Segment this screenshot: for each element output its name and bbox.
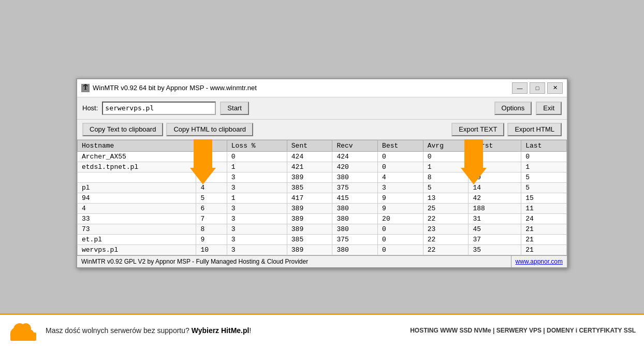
banner-normal-text: Masz dość wolnych serwerów bez supportu?	[46, 326, 189, 335]
cell-hostname: wervps.pl	[78, 244, 196, 255]
svg-point-3	[21, 323, 31, 334]
banner-text: Masz dość wolnych serwerów bez supportu?…	[46, 326, 404, 335]
cell-avrg: 0	[423, 151, 469, 162]
cell-recv: 420	[332, 162, 378, 172]
cell-loss: 3	[227, 203, 287, 213]
cell-best: 20	[378, 213, 423, 224]
cell-hostname: 73	[78, 224, 196, 234]
cell-recv: 380	[332, 244, 378, 255]
cell-nr: 2	[196, 162, 227, 172]
cell-last: 5	[521, 172, 567, 182]
cell-recv: 380	[332, 203, 378, 213]
cell-nr: 9	[196, 234, 227, 244]
cell-best: 4	[378, 172, 423, 182]
cell-sent: 389	[287, 244, 332, 255]
start-button[interactable]: Start	[220, 102, 248, 115]
cell-worst: 35	[469, 244, 521, 255]
table-header-row: Hostname Nr Loss % Sent Recv Best Avrg W…	[78, 140, 567, 151]
cell-last: 11	[521, 203, 567, 213]
cell-last: 24	[521, 213, 567, 224]
col-sent: Sent	[287, 140, 332, 151]
cell-loss: 1	[227, 193, 287, 203]
table-row: et.pl933853750223721	[78, 234, 567, 244]
cell-best: 3	[378, 182, 423, 193]
cell-last: 5	[521, 182, 567, 193]
cell-worst: 31	[469, 213, 521, 224]
banner-right-text: HOSTING WWW SSD NVMe | SERWERY VPS | DOM…	[410, 327, 636, 334]
cell-worst: 14	[469, 182, 521, 193]
cell-last: 1	[521, 162, 567, 172]
cell-last: 15	[521, 193, 567, 203]
host-toolbar: Host: Start Options Exit	[77, 97, 567, 120]
options-button[interactable]: Options	[494, 102, 532, 115]
table-row: wervps.pl1033893800223521	[78, 244, 567, 255]
cell-hostname	[78, 172, 196, 182]
cell-recv: 415	[332, 193, 378, 203]
col-avrg: Avrg	[423, 140, 469, 151]
export-html-button[interactable]: Export HTML	[507, 123, 562, 136]
table-row: Archer_AX551042442400150	[78, 151, 567, 162]
cell-sent: 389	[287, 172, 332, 182]
cell-hostname: Archer_AX55	[78, 151, 196, 162]
cell-nr: 10	[196, 244, 227, 255]
cell-avrg: 22	[423, 213, 469, 224]
cell-last: 0	[521, 151, 567, 162]
col-worst: Worst	[469, 140, 521, 151]
cell-avrg: 8	[423, 172, 469, 182]
cell-sent: 424	[287, 151, 332, 162]
cell-best: 0	[378, 151, 423, 162]
cell-worst: 45	[469, 224, 521, 234]
cell-best: 0	[378, 224, 423, 234]
cell-avrg: 13	[423, 193, 469, 203]
results-table-container: Hostname Nr Loss % Sent Recv Best Avrg W…	[77, 140, 567, 255]
table-row: 46338938092518811	[78, 203, 567, 213]
svg-rect-4	[10, 333, 36, 341]
minimize-button[interactable]: —	[512, 82, 528, 94]
col-recv: Recv	[332, 140, 378, 151]
cell-nr: 4	[196, 182, 227, 193]
cell-best: 9	[378, 203, 423, 213]
cell-loss: 3	[227, 224, 287, 234]
cell-recv: 375	[332, 182, 378, 193]
maximize-button[interactable]: □	[530, 82, 545, 94]
cell-loss: 3	[227, 244, 287, 255]
cell-loss: 3	[227, 234, 287, 244]
copy-text-button[interactable]: Copy Text to clipboard	[82, 123, 163, 136]
results-table: Hostname Nr Loss % Sent Recv Best Avrg W…	[77, 140, 567, 255]
cell-avrg: 5	[423, 182, 469, 193]
export-text-button[interactable]: Export TEXT	[451, 123, 504, 136]
cell-last: 21	[521, 234, 567, 244]
table-row: etdsl.tpnet.pl2142142001101	[78, 162, 567, 172]
cell-avrg: 22	[423, 244, 469, 255]
cell-sent: 389	[287, 224, 332, 234]
cell-nr: 5	[196, 193, 227, 203]
exit-button[interactable]: Exit	[536, 102, 562, 115]
col-hostname: Hostname	[78, 140, 196, 151]
cell-loss: 3	[227, 182, 287, 193]
status-bar: WinMTR v0.92 GPL V2 by Appnor MSP - Full…	[77, 255, 567, 267]
cell-loss: 1	[227, 162, 287, 172]
cell-hostname: 94	[78, 193, 196, 203]
cell-best: 0	[378, 234, 423, 244]
cell-nr: 6	[196, 203, 227, 213]
cell-last: 21	[521, 224, 567, 234]
cloud-icon	[8, 319, 39, 342]
table-row: 73833893800234521	[78, 224, 567, 234]
cell-avrg: 1	[423, 162, 469, 172]
cell-loss: 3	[227, 172, 287, 182]
title-bar: T̄ WinMTR v0.92 64 bit by Appnor MSP - w…	[77, 79, 567, 97]
host-input[interactable]	[102, 102, 216, 115]
cell-best: 0	[378, 244, 423, 255]
cell-sent: 385	[287, 234, 332, 244]
appnor-link[interactable]: www.appnor.com	[511, 256, 567, 267]
cell-hostname: et.pl	[78, 234, 196, 244]
cell-nr: 8	[196, 224, 227, 234]
cell-recv: 424	[332, 151, 378, 162]
cell-hostname: 4	[78, 203, 196, 213]
status-text: WinMTR v0.92 GPL V2 by Appnor MSP - Full…	[77, 256, 511, 267]
table-row: pl4338537535145	[78, 182, 567, 193]
close-button[interactable]: ✕	[547, 82, 563, 94]
cell-sent: 421	[287, 162, 332, 172]
copy-html-button[interactable]: Copy HTML to clipboard	[166, 123, 253, 136]
cell-avrg: 22	[423, 234, 469, 244]
